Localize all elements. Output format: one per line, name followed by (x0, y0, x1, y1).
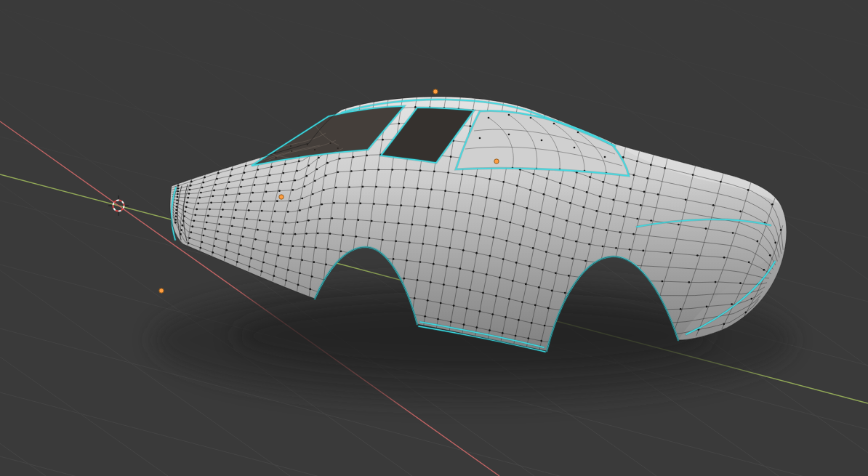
vertex-dot[interactable] (335, 187, 337, 189)
vertex-dot[interactable] (692, 174, 694, 176)
vertex-dot[interactable] (276, 200, 278, 202)
vertex-dot[interactable] (685, 198, 687, 201)
vertex-dot[interactable] (438, 227, 441, 229)
vertex-dot[interactable] (224, 257, 226, 259)
vertex-dot[interactable] (193, 219, 195, 222)
vertex-dot[interactable] (763, 269, 765, 271)
vertex-dot[interactable] (314, 179, 316, 182)
vertex-dot[interactable] (409, 241, 411, 243)
vertex-dot[interactable] (321, 203, 323, 206)
vertex-dot[interactable] (287, 269, 289, 271)
vertex-dot[interactable] (443, 283, 445, 286)
vertex-dot[interactable] (475, 252, 478, 254)
vertex-dot[interactable] (512, 280, 514, 282)
vertex-dot[interactable] (715, 281, 717, 283)
vertex-dot[interactable] (744, 311, 747, 313)
vertex-dot[interactable] (427, 299, 429, 302)
3d-viewport[interactable] (0, 0, 868, 476)
vertex-dot[interactable] (284, 222, 286, 224)
vertex-dot[interactable] (568, 275, 570, 277)
vertex-dot[interactable] (355, 235, 357, 238)
vertex-dot[interactable] (479, 310, 481, 312)
vertex-dot[interactable] (723, 257, 726, 259)
vertex-dot[interactable] (688, 281, 690, 283)
vertex-dot[interactable] (278, 254, 280, 257)
vertex-dot[interactable] (475, 326, 478, 328)
vertex-dot[interactable] (382, 139, 384, 141)
vertex-dot[interactable] (606, 229, 608, 231)
vertex-dot[interactable] (662, 281, 664, 283)
vertex-dot[interactable] (282, 233, 284, 235)
vertex-dot[interactable] (629, 249, 631, 251)
vertex-dot[interactable] (475, 175, 477, 177)
vertex-dot[interactable] (564, 292, 566, 294)
vertex-dot[interactable] (488, 117, 490, 119)
vertex-dot[interactable] (482, 292, 484, 294)
vertex-dot[interactable] (267, 182, 269, 185)
vertex-dot[interactable] (771, 203, 773, 206)
vertex-dot[interactable] (265, 191, 268, 193)
vertex-dot[interactable] (525, 283, 527, 286)
vertex-dot[interactable] (453, 304, 455, 307)
vertex-dot[interactable] (411, 224, 414, 226)
vertex-dot[interactable] (430, 188, 433, 190)
vertex-dot[interactable] (574, 147, 576, 149)
vertex-dot[interactable] (294, 233, 297, 235)
vertex-dot[interactable] (387, 203, 389, 206)
vertex-dot[interactable] (313, 261, 315, 263)
vertex-dot[interactable] (233, 217, 235, 219)
vertex-dot[interactable] (450, 156, 452, 158)
vertex-dot[interactable] (463, 323, 465, 326)
vertex-dot[interactable] (289, 200, 292, 202)
vertex-dot[interactable] (373, 203, 375, 205)
vertex-dot[interactable] (339, 158, 341, 160)
vertex-dot[interactable] (311, 275, 313, 278)
vertex-dot[interactable] (588, 243, 590, 246)
vertex-dot[interactable] (326, 162, 329, 164)
vertex-dot[interactable] (301, 259, 303, 261)
vertex-dot[interactable] (398, 222, 400, 225)
vertex-dot[interactable] (278, 190, 281, 192)
vertex-dot[interactable] (254, 238, 257, 241)
vertex-dot[interactable] (316, 169, 318, 171)
vertex-dot[interactable] (527, 337, 529, 339)
vertex-dot[interactable] (461, 174, 463, 176)
vertex-dot[interactable] (556, 198, 558, 200)
vertex-dot[interactable] (280, 243, 282, 246)
vertex-dot[interactable] (375, 186, 377, 188)
vertex-dot[interactable] (217, 230, 219, 233)
vertex-dot[interactable] (297, 221, 299, 223)
vertex-dot[interactable] (176, 199, 178, 201)
vertex-dot[interactable] (706, 306, 708, 308)
vertex-dot[interactable] (216, 178, 218, 180)
vertex-dot[interactable] (261, 270, 263, 273)
vertex-dot[interactable] (269, 174, 271, 177)
vertex-dot[interactable] (538, 286, 540, 289)
vertex-dot[interactable] (377, 169, 379, 171)
vertex-dot[interactable] (502, 181, 505, 183)
vertex-dot[interactable] (177, 196, 179, 198)
vertex-dot[interactable] (575, 241, 577, 243)
vertex-dot[interactable] (732, 232, 734, 234)
vertex-dot[interactable] (318, 157, 320, 159)
vertex-dot[interactable] (265, 251, 267, 254)
vertex-dot[interactable] (571, 257, 574, 259)
vertex-dot[interactable] (657, 193, 659, 195)
vertex-dot[interactable] (369, 237, 371, 239)
vertex-dot[interactable] (261, 210, 263, 212)
vertex-dot[interactable] (650, 219, 652, 222)
vertex-dot[interactable] (319, 218, 321, 220)
vertex-dot[interactable] (296, 170, 298, 172)
vertex-dot[interactable] (191, 225, 193, 227)
vertex-dot[interactable] (185, 206, 188, 208)
vertex-dot[interactable] (522, 225, 524, 227)
vertex-dot[interactable] (536, 229, 538, 231)
vertex-dot[interactable] (207, 215, 209, 217)
vertex-dot[interactable] (458, 192, 460, 194)
vertex-dot[interactable] (469, 289, 471, 291)
vertex-dot[interactable] (227, 187, 229, 190)
vertex-dot[interactable] (398, 123, 400, 125)
vertex-dot[interactable] (579, 223, 581, 225)
vertex-dot[interactable] (518, 319, 520, 321)
vertex-dot[interactable] (466, 307, 468, 310)
